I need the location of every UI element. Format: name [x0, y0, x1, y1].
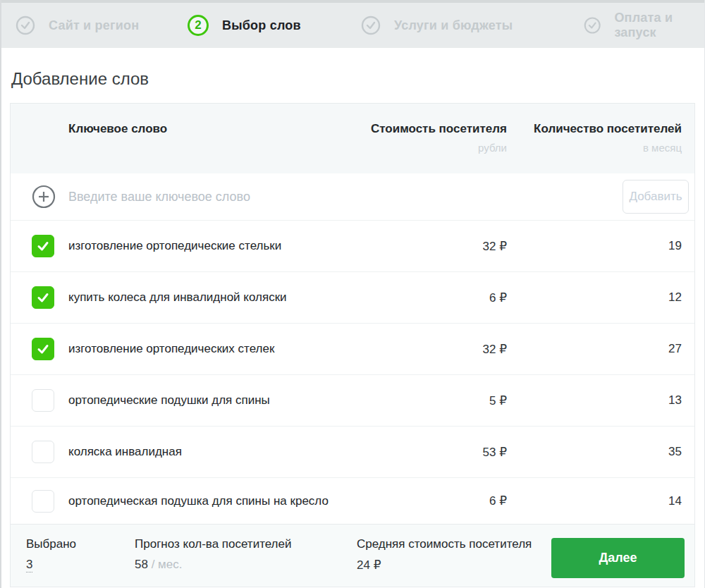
keyword-checkbox[interactable] — [32, 441, 54, 463]
count-value: 35 — [507, 445, 682, 459]
step-payment-and-launch[interactable]: Оплата и запуск — [584, 3, 705, 48]
checkmark-icon — [37, 240, 49, 252]
selected-count[interactable]: 3 — [26, 558, 32, 572]
average-cost-stat: Средняя стоимость посетителя 24 ₽ — [357, 537, 532, 572]
step-number-badge: 2 — [188, 15, 209, 36]
keyword-row[interactable]: изготовление ортопедические стельки 32 ₽… — [11, 220, 694, 271]
step-label: Сайт и регион — [49, 18, 139, 33]
add-keyword-button[interactable]: Добавить — [623, 180, 689, 214]
keyword-checkbox[interactable] — [32, 490, 54, 513]
window-left-edge — [0, 0, 1, 588]
column-header-count: Количество посетителей — [507, 122, 682, 136]
keyword-row[interactable]: ортопедические подушки для спины 5 ₽ 13 — [11, 374, 694, 426]
cost-value: 32 ₽ — [352, 342, 507, 357]
forecast-label: Прогноз кол-ва посетителей — [135, 537, 292, 551]
check-circle-icon — [584, 16, 601, 35]
check-circle-icon — [361, 16, 381, 35]
column-unit-count: в месяц — [507, 142, 682, 154]
keyword-checkbox[interactable] — [32, 235, 54, 257]
keyword-text: купить колеса для инвалидной коляски — [68, 290, 352, 305]
count-value: 12 — [507, 290, 682, 305]
checkmark-icon — [37, 343, 49, 355]
wizard-stepper: Сайт и регион 2 Выбор слов Услуги и бюдж… — [0, 0, 705, 48]
keyword-row[interactable]: ортопедическая подушка для спины на крес… — [11, 477, 694, 524]
step-site-and-region[interactable]: Сайт и регион — [16, 3, 139, 48]
cost-value: 6 ₽ — [352, 494, 507, 508]
page-title: Добавление слов — [11, 69, 705, 89]
forecast-stat: Прогноз кол-ва посетителей 58 / мес. — [135, 537, 292, 572]
step-services-and-budgets[interactable]: Услуги и бюджеты — [361, 3, 513, 48]
step-label: Выбор слов — [222, 18, 301, 33]
cost-value: 53 ₽ — [352, 445, 507, 460]
average-cost-label: Средняя стоимость посетителя — [357, 537, 532, 551]
selected-label: Выбрано — [26, 537, 76, 551]
summary-footer: Выбрано 3 Прогноз кол-ва посетителей 58 … — [11, 524, 694, 587]
count-value: 13 — [507, 393, 682, 408]
plus-circle-icon[interactable] — [32, 185, 56, 209]
keyword-checkbox[interactable] — [32, 338, 54, 360]
step-label: Оплата и запуск — [614, 11, 705, 40]
next-button[interactable]: Далее — [551, 538, 685, 578]
keyword-text: коляска инвалидная — [68, 445, 352, 459]
selected-stat: Выбрано 3 — [26, 537, 76, 572]
keyword-rows: изготовление ортопедические стельки 32 ₽… — [11, 220, 694, 524]
keywords-table: Ключевое слово Стоимость посетителя рубл… — [10, 103, 695, 587]
table-header: Ключевое слово Стоимость посетителя рубл… — [11, 104, 694, 173]
add-keyword-row: Добавить — [11, 173, 694, 220]
forecast-value: 58 — [135, 558, 148, 571]
column-unit-cost: рубли — [352, 142, 507, 154]
cost-value: 32 ₽ — [352, 239, 507, 254]
column-header-keyword: Ключевое слово — [68, 122, 352, 136]
step-word-selection[interactable]: 2 Выбор слов — [188, 3, 301, 48]
count-value: 27 — [507, 342, 682, 356]
count-value: 14 — [507, 494, 682, 508]
average-cost-value: 24 ₽ — [357, 558, 532, 572]
keyword-row[interactable]: изготовление ортопедических стелек 32 ₽ … — [11, 323, 694, 374]
checkmark-icon — [37, 291, 49, 304]
keyword-checkbox[interactable] — [32, 389, 54, 412]
keyword-row[interactable]: купить колеса для инвалидной коляски 6 ₽… — [11, 271, 694, 323]
column-header-cost: Стоимость посетителя — [352, 122, 507, 136]
keyword-row[interactable]: коляска инвалидная 53 ₽ 35 — [11, 426, 694, 477]
cost-value: 5 ₽ — [352, 393, 507, 408]
step-label: Услуги и бюджеты — [394, 18, 513, 33]
forecast-unit: / мес. — [152, 558, 183, 571]
check-circle-icon — [16, 16, 35, 35]
keyword-checkbox[interactable] — [32, 286, 54, 309]
cost-value: 6 ₽ — [352, 290, 507, 305]
keyword-text: ортопедические подушки для спины — [68, 393, 352, 408]
keyword-text: ортопедическая подушка для спины на крес… — [68, 494, 352, 508]
keyword-text: изготовление ортопедические стельки — [68, 239, 352, 253]
count-value: 19 — [507, 239, 682, 253]
keyword-input[interactable] — [68, 190, 604, 204]
keyword-text: изготовление ортопедических стелек — [68, 342, 352, 356]
